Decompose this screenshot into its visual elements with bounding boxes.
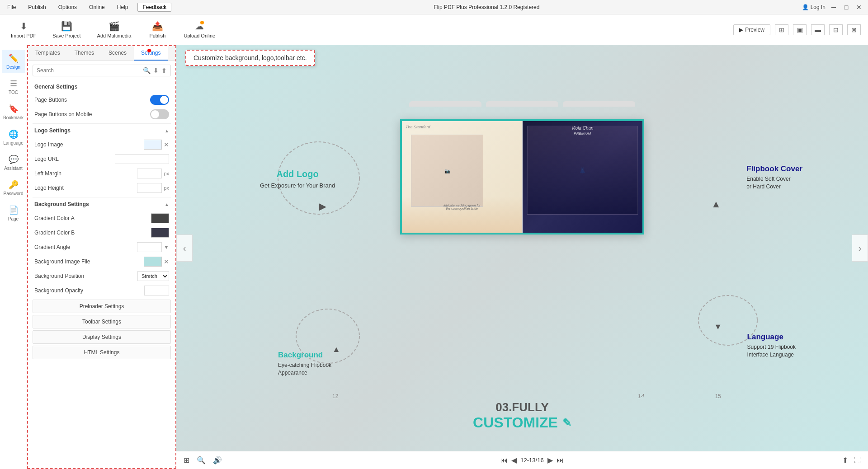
bg-opacity-label: Background Opacity	[34, 287, 144, 294]
view-mode-4-button[interactable]: ⊟	[829, 24, 843, 35]
sidebar-item-bookmark[interactable]: 🔖 Bookmark	[2, 100, 25, 124]
log-in-button[interactable]: 👤 Log In	[802, 4, 826, 10]
gradient-color-b-label: Gradient Color B	[34, 230, 151, 236]
view-mode-5-button[interactable]: ⊠	[847, 24, 861, 35]
toolbar-right: ▶ Preview ⊞ ▣ ▬ ⊟ ⊠	[733, 24, 861, 35]
publish-button[interactable]: 📤 Publish	[144, 19, 171, 40]
menu-publish[interactable]: Publish	[25, 3, 48, 11]
zoom-in-icon[interactable]: 🔍	[197, 456, 206, 464]
save-project-button[interactable]: 💾 Save Project	[49, 19, 84, 40]
gradient-color-a-swatch[interactable]	[151, 213, 169, 223]
prev-page-button[interactable]: ◀	[511, 456, 517, 464]
language-annotation: Language Support 19 FlipbookInterface La…	[747, 333, 796, 359]
feedback-button[interactable]: Feedback	[137, 3, 171, 12]
flipbook-cover-desc: Enable Soft Coveror Hard Cover	[746, 175, 802, 191]
nav-next-button[interactable]: ›	[852, 234, 868, 262]
main-content-area: 🔍 Customize background, logo,toolbar etc…	[176, 45, 868, 469]
tab-themes[interactable]: Themes	[67, 46, 101, 61]
minimize-button[interactable]: ─	[829, 3, 838, 12]
menu-help[interactable]: Help	[114, 3, 131, 11]
sidebar-item-design[interactable]: ✏️ Design	[2, 50, 25, 73]
preview-button[interactable]: ▶ Preview	[733, 24, 770, 35]
share-icon[interactable]: ⬆	[842, 456, 848, 464]
user-icon: 👤	[802, 4, 809, 10]
sidebar-item-toc[interactable]: ☰ TOC	[2, 75, 25, 98]
publish-icon: 📤	[152, 21, 163, 32]
page-buttons-toggle-thumb	[160, 96, 168, 104]
import-pdf-button[interactable]: ⬇ Import PDF	[7, 19, 40, 40]
search-box-icons: 🔍 ⬇ ⬆	[143, 67, 167, 74]
bg-image-preview[interactable]	[144, 257, 162, 267]
left-margin-input-group: 0 px	[137, 169, 169, 178]
nav-prev-button[interactable]: ‹	[176, 234, 193, 262]
page-buttons-mobile-toggle-wrapper	[150, 109, 169, 119]
sidebar-item-page[interactable]: 📄 Page	[2, 202, 25, 225]
logo-image-preview[interactable]	[144, 140, 162, 150]
search-icon[interactable]: 🔍	[143, 67, 151, 74]
gradient-angle-dropdown[interactable]: ▼	[164, 244, 169, 250]
bg-image-clear-button[interactable]: ✕	[164, 258, 169, 265]
multimedia-icon: 🎬	[108, 21, 120, 32]
page-buttons-mobile-toggle[interactable]	[150, 109, 169, 119]
grid-view-icon[interactable]: ⊞	[184, 456, 189, 464]
expand-icon[interactable]: ⬇	[153, 67, 159, 74]
maximize-button[interactable]: □	[842, 3, 851, 12]
menu-online[interactable]: Online	[86, 3, 108, 11]
gradient-color-b-swatch[interactable]	[151, 228, 169, 238]
left-margin-input[interactable]: 0	[137, 169, 162, 178]
tab-templates[interactable]: Templates	[28, 46, 67, 61]
logo-settings-header[interactable]: Logo Settings ▲	[33, 123, 171, 137]
toolbar-settings-button[interactable]: Toolbar Settings	[33, 315, 171, 328]
flipbook-spread-container: The Standard 📷 Intricate wedding gown fo…	[319, 101, 726, 395]
logo-height-input[interactable]: 40	[137, 183, 162, 193]
preloader-settings-button[interactable]: Preloader Settings	[33, 300, 171, 313]
close-button[interactable]: ✕	[854, 3, 863, 12]
logo-height-input-group: 40 px	[137, 183, 169, 193]
title-bar-right: 👤 Log In ─ □ ✕	[802, 3, 863, 12]
gradient-angle-input[interactable]: 30	[137, 242, 162, 252]
view-mode-1-button[interactable]: ⊞	[775, 24, 788, 35]
menu-options[interactable]: Options	[56, 3, 80, 11]
view-mode-3-button[interactable]: ▬	[811, 24, 825, 35]
bg-opacity-row: Background Opacity 1	[33, 283, 171, 298]
logo-url-input[interactable]	[115, 154, 169, 164]
last-page-button[interactable]: ⏭	[557, 456, 564, 464]
upload-online-button[interactable]: ☁ Upload Online	[180, 19, 219, 40]
tab-scenes[interactable]: Scenes	[101, 46, 134, 61]
next-page-button[interactable]: ▶	[547, 456, 553, 464]
sidebar-item-password[interactable]: 🔑 Password	[2, 176, 25, 200]
bg-position-select[interactable]: Stretch	[137, 271, 169, 281]
preview-icon: ▶	[739, 27, 743, 33]
add-multimedia-button[interactable]: 🎬 Add Multimedia	[94, 19, 135, 40]
menu-file[interactable]: File	[5, 3, 19, 11]
logo-url-row: Logo URL	[33, 152, 171, 166]
html-settings-button[interactable]: HTML Settings	[33, 346, 171, 359]
background-settings-header[interactable]: Background Settings ▲	[33, 197, 171, 211]
page-buttons-toggle[interactable]	[150, 95, 169, 105]
view-mode-2-button[interactable]: ▣	[793, 24, 807, 35]
customize-edit-icon: ✎	[562, 417, 571, 429]
bottom-toolbar: ⊞ 🔍 🔊 ⏮ ◀ 12-13/16 ▶ ⏭ ⬆ ⛶	[176, 451, 868, 469]
page-tab-right[interactable]	[563, 101, 635, 107]
logo-image-row: Logo Image ✕	[33, 137, 171, 152]
customize-word-text: CUSTOMIZE ✎	[473, 414, 571, 431]
bg-opacity-input[interactable]: 1	[144, 286, 169, 295]
sound-icon[interactable]: 🔊	[213, 456, 222, 464]
language-icon: 🌐	[9, 129, 19, 139]
display-settings-button[interactable]: Display Settings	[33, 330, 171, 344]
settings-search-input[interactable]	[37, 67, 143, 74]
page-num-right: 15	[715, 393, 721, 399]
page-indicator: 12-13/16	[520, 457, 543, 464]
wedding-image-left: 📷	[411, 135, 483, 207]
sidebar-item-assistant[interactable]: 💬 Assistant	[2, 151, 25, 174]
logo-image-clear-button[interactable]: ✕	[164, 141, 169, 148]
fullscreen-icon[interactable]: ⛶	[854, 456, 861, 464]
customize-03-text: 03.FULLY	[473, 400, 571, 414]
page-tab-left[interactable]	[409, 101, 481, 107]
password-icon: 🔑	[9, 180, 19, 190]
collapse-icon[interactable]: ⬆	[161, 67, 167, 74]
first-page-button[interactable]: ⏮	[500, 456, 508, 464]
page-tab-center[interactable]	[486, 101, 558, 107]
sidebar-item-language[interactable]: 🌐 Language	[2, 126, 25, 149]
tab-settings[interactable]: Settings	[134, 46, 168, 61]
